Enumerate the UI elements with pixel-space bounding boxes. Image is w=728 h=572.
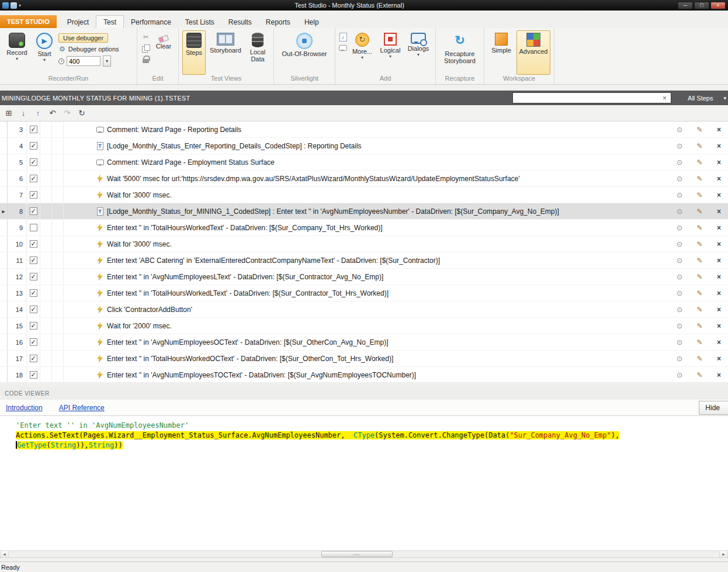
step-delete-icon[interactable]: × [717,175,721,183]
app-icon[interactable] [2,2,9,9]
test-step-row-8[interactable]: ▸ 8 ✓ [Lodge_Monthly_Status_for_MINING_1… [0,203,728,220]
menu-tab-reports[interactable]: Reports [259,16,297,28]
step-enabled-checkbox[interactable]: ✓ [30,126,37,133]
step-pause-icon[interactable]: ⊙ [677,191,682,199]
redo-icon[interactable]: ↷ [61,107,74,120]
test-step-row-17[interactable]: 17 ✓ Enter text '' in 'TotalHoursWorkedO… [0,351,728,367]
step-delete-icon[interactable]: × [717,338,721,346]
menu-tab-test-lists[interactable]: Test Lists [178,16,221,28]
step-enabled-checkbox[interactable]: ✓ [30,142,37,150]
scrollbar-thumb[interactable]: ••• [321,551,393,557]
step-delete-icon[interactable]: × [717,191,721,199]
close-button[interactable]: × [710,2,726,9]
panel-splitter[interactable]: ••• [0,382,728,387]
step-enabled-checkbox[interactable]: ✓ [30,158,37,166]
test-step-row-16[interactable]: 16 ✓ Enter text '' in 'AvgNumEmployeesOC… [0,334,728,351]
step-enabled-checkbox[interactable] [30,224,37,231]
step-delete-icon[interactable]: × [717,273,721,281]
step-delete-icon[interactable]: × [717,142,721,150]
step-pause-icon[interactable]: ⊙ [677,306,682,314]
local-data-view-button[interactable]: Local Data [245,30,270,75]
start-button[interactable]: ▶ Start ▾ [32,30,57,75]
menu-tab-performance[interactable]: Performance [124,16,178,28]
step-pause-icon[interactable]: ⊙ [677,207,682,216]
test-step-row-3[interactable]: 3 ✓ Comment: Wizard Page - Reporting Det… [0,122,728,138]
step-enabled-checkbox[interactable]: ✓ [30,175,37,182]
cut-icon[interactable]: ✂ [141,33,151,41]
step-enabled-checkbox[interactable]: ✓ [30,289,37,297]
step-delete-icon[interactable]: × [717,306,721,314]
scroll-left-icon[interactable]: ◄ [1,551,9,557]
step-pause-icon[interactable]: ⊙ [677,240,682,248]
test-step-row-6[interactable]: 6 ✓ Wait '5000' msec for url:'https://sr… [0,171,728,187]
step-edit-icon[interactable]: ✎ [696,371,702,379]
step-enabled-checkbox[interactable]: ✓ [30,207,37,215]
step-enabled-checkbox[interactable]: ✓ [30,371,37,379]
app-menu-button[interactable]: TEST STUDIO [0,15,57,28]
step-pause-icon[interactable]: ⊙ [677,126,682,134]
scroll-right-icon[interactable]: ► [719,551,727,557]
clear-button[interactable]: Clear [152,30,175,75]
step-enabled-checkbox[interactable]: ✓ [30,240,37,248]
step-pause-icon[interactable]: ⊙ [677,371,682,379]
advanced-workspace-button[interactable]: Advanced [516,30,550,75]
out-of-browser-button[interactable]: Out-Of-Browser [278,30,331,75]
minimize-button[interactable]: ─ [678,2,693,9]
lock-icon[interactable] [141,55,151,64]
test-step-row-10[interactable]: 10 ✓ Wait for '3000' msec. ⊙ ✎ × [0,236,728,252]
test-step-row-14[interactable]: 14 ✓ Click 'ContractorAddButton' ⊙ ✎ × [0,301,728,318]
more-steps-button[interactable]: ↻ More... ▾ [349,30,376,75]
step-edit-icon[interactable]: ✎ [696,355,702,363]
step-pause-icon[interactable]: ⊙ [677,158,682,167]
comment-bubble-icon[interactable] [339,45,347,51]
refresh-add-icon[interactable]: ↻ [75,107,88,120]
step-edit-icon[interactable]: ✎ [696,126,702,134]
introduction-link[interactable]: Introduction [6,404,43,412]
document-icon[interactable] [11,2,17,9]
step-edit-icon[interactable]: ✎ [696,175,702,183]
logical-step-button[interactable]: Logical ▾ [377,30,403,75]
test-step-row-12[interactable]: 12 ✓ Enter text '' in 'AvgNumEmployeesLT… [0,269,728,285]
delay-input[interactable] [67,56,100,66]
step-delete-icon[interactable]: × [717,158,721,167]
step-pause-icon[interactable]: ⊙ [677,256,682,265]
scrollbar-track[interactable]: ••• [9,551,719,557]
step-pause-icon[interactable]: ⊙ [677,338,682,346]
steps-filter-dropdown[interactable]: All Steps [688,95,713,102]
test-step-row-7[interactable]: 7 ✓ Wait for '3000' msec. ⊙ ✎ × [0,187,728,203]
step-enabled-checkbox[interactable]: ✓ [30,273,37,280]
code-editor[interactable]: 'Enter text '' in 'AvgNumEmployeesNumber… [0,416,728,550]
horizontal-scrollbar[interactable]: ◄ ••• ► [0,550,728,558]
step-delete-icon[interactable]: × [717,322,721,330]
step-enabled-checkbox[interactable]: ✓ [30,322,37,330]
undo-icon[interactable]: ↶ [46,107,59,120]
step-edit-icon[interactable]: ✎ [696,338,702,346]
dialogs-button[interactable]: Dialogs ▾ [405,30,432,75]
menu-tab-results[interactable]: Results [221,16,259,28]
step-delete-icon[interactable]: × [717,240,721,248]
columns-icon[interactable]: ⊞ [2,107,15,120]
step-enabled-checkbox[interactable]: ✓ [30,256,37,264]
step-pause-icon[interactable]: ⊙ [677,224,682,232]
step-pause-icon[interactable]: ⊙ [677,355,682,363]
step-enabled-checkbox[interactable]: ✓ [30,306,37,313]
test-step-row-15[interactable]: 15 ✓ Wait for '2000' msec. ⊙ ✎ × [0,318,728,334]
use-debugger-toggle[interactable]: Use debugger [58,33,108,43]
storyboard-view-button[interactable]: Storyboard [207,30,244,75]
step-delete-icon[interactable]: × [717,256,721,265]
menu-tab-help[interactable]: Help [297,16,326,28]
test-step-row-9[interactable]: 9 Enter text '' in 'TotalHoursWorkedText… [0,220,728,236]
test-step-row-13[interactable]: 13 ✓ Enter text '' in 'TotalHoursWorkedL… [0,285,728,301]
step-pause-icon[interactable]: ⊙ [677,289,682,297]
recapture-storyboard-button[interactable]: ↻ Recapture Storyboard [439,30,480,75]
clear-search-icon[interactable]: × [658,94,671,102]
step-edit-icon[interactable]: ✎ [696,256,702,265]
menu-tab-test[interactable]: Test [96,15,124,28]
test-step-row-18[interactable]: 18 ✓ Enter text '' in 'AvgNumEmployeesTO… [0,367,728,382]
move-up-icon[interactable]: ↑ [32,107,44,120]
step-edit-icon[interactable]: ✎ [696,191,702,199]
step-pause-icon[interactable]: ⊙ [677,273,682,281]
step-pause-icon[interactable]: ⊙ [677,175,682,183]
step-pause-icon[interactable]: ⊙ [677,322,682,330]
api-reference-link[interactable]: API Reference [59,404,105,412]
